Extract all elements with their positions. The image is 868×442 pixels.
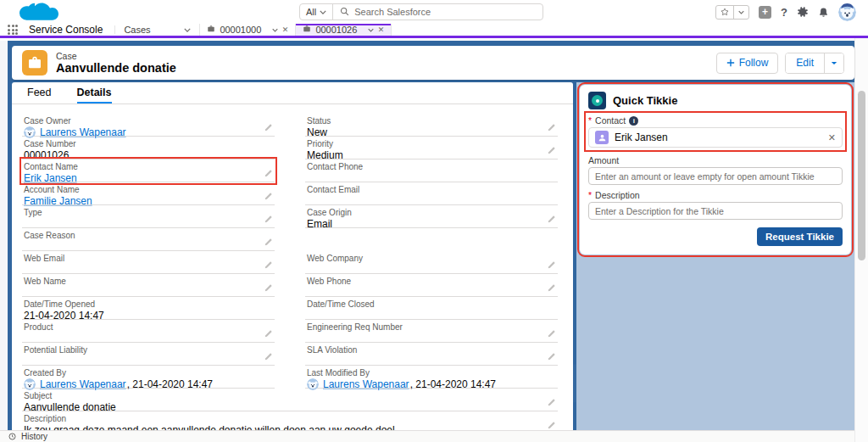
favorites-control: [715, 5, 749, 20]
salesforce-service-console: All + ? Service Console Cases: [0, 0, 868, 442]
field-label: Web Company: [307, 254, 558, 263]
amount-input[interactable]: [588, 167, 843, 185]
quick-tikkie-component-icon: [588, 92, 606, 109]
fields-column-right: Status New Priority Medium Contact Phone: [305, 114, 558, 389]
edit-pencil-icon[interactable]: [264, 352, 273, 361]
edit-pencil-icon[interactable]: [264, 192, 273, 201]
chevron-down-icon: [184, 28, 191, 32]
field-label: Account Name: [24, 185, 275, 194]
record-detail-panel: Feed Details Case Owner Laurens Wapenaar…: [12, 82, 573, 430]
workspace-tab-00001000[interactable]: 00001000 ✕: [200, 24, 296, 36]
edit-pencil-icon[interactable]: [547, 398, 556, 407]
field-label: Contact Name: [24, 162, 275, 171]
field-label: Subject: [24, 391, 558, 400]
entity-label: Case: [56, 51, 176, 61]
edit-pencil-icon[interactable]: [547, 283, 556, 293]
edit-split-button: Edit: [785, 53, 844, 74]
edit-pencil-icon[interactable]: [547, 146, 556, 155]
workspace-tab-bar: Service Console Cases 00001000 ✕ 0000102…: [0, 24, 868, 38]
field-label: SLA Violation: [307, 345, 558, 355]
utility-history[interactable]: History: [8, 432, 47, 441]
tab-dropdown-icon[interactable]: [368, 28, 374, 32]
edit-pencil-icon[interactable]: [264, 123, 273, 132]
edit-pencil-icon[interactable]: [547, 329, 556, 338]
field-status: Status New: [305, 114, 558, 137]
edit-pencil-icon[interactable]: [264, 260, 273, 270]
field-label: Engineering Req Number: [307, 322, 558, 332]
record-tabs: Feed Details: [12, 82, 573, 104]
edit-pencil-icon[interactable]: [264, 169, 273, 178]
edit-button[interactable]: Edit: [786, 53, 824, 73]
tab-details[interactable]: Details: [77, 82, 112, 104]
field-case-reason: Case Reason: [22, 228, 275, 251]
field-date-time-closed: Date/Time Closed: [305, 297, 558, 320]
field-case-number: Case Number 00001026: [22, 137, 275, 159]
description-field-label: Description: [595, 190, 640, 200]
scrollbar-thumb[interactable]: [858, 91, 865, 260]
edit-pencil-icon[interactable]: [264, 215, 273, 224]
scrollbar-track[interactable]: [854, 38, 868, 442]
field-web-company: Web Company: [305, 251, 558, 274]
nav-item-cases[interactable]: Cases: [115, 24, 200, 36]
edit-pencil-icon[interactable]: [547, 215, 556, 224]
search-input[interactable]: [354, 7, 536, 17]
more-actions-dropdown-icon[interactable]: [824, 53, 843, 73]
field-case-origin: Case Origin Email: [305, 205, 558, 228]
info-icon[interactable]: i: [629, 116, 638, 126]
field-label: Web Email: [24, 254, 275, 263]
tab-dropdown-icon[interactable]: [272, 28, 278, 32]
help-icon[interactable]: ?: [781, 7, 787, 18]
required-asterisk: *: [588, 190, 592, 200]
right-sidebar: Quick Tikkie * Contact i Erik Jansen ✕: [576, 82, 854, 430]
field-label: Date/Time Opened: [24, 299, 275, 309]
request-tikkie-button[interactable]: Request Tikkie: [757, 227, 843, 246]
field-label: Case Origin: [307, 208, 558, 217]
global-header: All + ?: [0, 0, 868, 24]
field-web-phone: Web Phone: [305, 274, 558, 297]
favorites-dropdown-icon[interactable]: [733, 6, 748, 19]
edit-pencil-icon[interactable]: [547, 123, 556, 132]
edit-pencil-icon[interactable]: [264, 329, 273, 338]
edit-pencil-icon[interactable]: [264, 283, 273, 293]
follow-button[interactable]: Follow: [716, 53, 779, 74]
contact-selected-pill[interactable]: Erik Jansen ✕: [588, 127, 843, 148]
remove-contact-icon[interactable]: ✕: [828, 132, 836, 143]
fields-column-left: Case Owner Laurens Wapenaar Case Number …: [22, 114, 275, 389]
left-gutter: [0, 41, 8, 430]
field-label: Web Phone: [307, 277, 558, 286]
favorites-star-icon[interactable]: [716, 6, 733, 19]
utility-bar: History: [0, 430, 854, 442]
field-product: Product: [22, 320, 275, 343]
field-contact-name: Contact Name Erik Jansen: [22, 159, 275, 182]
setup-gear-icon[interactable]: [797, 6, 809, 18]
close-icon[interactable]: ✕: [378, 25, 385, 34]
global-search: All: [299, 3, 543, 20]
field-label: Created By: [24, 368, 275, 378]
field-last-modified-by: Last Modified By Laurens Wapenaar , 21-0…: [305, 366, 558, 389]
field-priority: Priority Medium: [305, 137, 558, 159]
edit-pencil-icon[interactable]: [547, 352, 556, 361]
field-engineering-req-number: Engineering Req Number: [305, 320, 558, 343]
field-contact-email: Contact Email: [305, 182, 558, 205]
search-scope-dropdown[interactable]: All: [300, 4, 333, 20]
record-header: Case Aanvullende donatie Follow Edit: [12, 46, 854, 80]
edit-pencil-icon[interactable]: [264, 238, 273, 247]
notifications-bell-icon[interactable]: [818, 7, 829, 18]
description-input[interactable]: [588, 202, 843, 220]
field-label: Case Owner: [24, 116, 275, 126]
tab-feed[interactable]: Feed: [27, 82, 52, 104]
contact-selected-name: Erik Jansen: [615, 131, 668, 143]
field-label: Case Reason: [24, 231, 275, 240]
quick-tikkie-panel: Quick Tikkie * Contact i Erik Jansen ✕: [580, 85, 851, 255]
global-actions-icon[interactable]: +: [759, 6, 771, 19]
workspace-tab-00001026[interactable]: 00001026 ✕: [296, 24, 392, 36]
fields-full-width: Subject Aanvullende donatie Description …: [12, 389, 573, 430]
edit-pencil-icon[interactable]: [547, 421, 556, 430]
user-avatar[interactable]: [838, 3, 856, 21]
edit-pencil-icon[interactable]: [547, 260, 556, 270]
field-label: Potential Liability: [24, 345, 275, 355]
close-icon[interactable]: ✕: [282, 25, 289, 34]
field-sla-violation: SLA Violation: [305, 343, 558, 366]
field-value: Ik zou graag deze maand een aanvullende …: [24, 424, 398, 430]
field-subject: Subject Aanvullende donatie: [22, 389, 558, 411]
